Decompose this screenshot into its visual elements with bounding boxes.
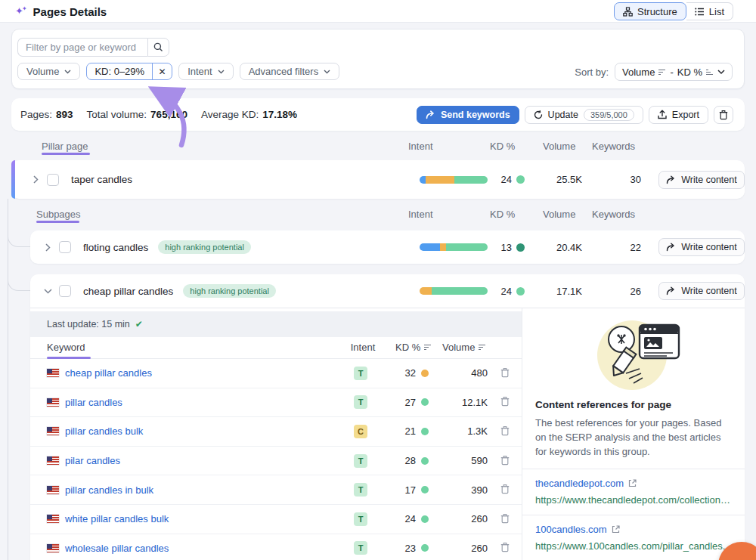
kd-dot bbox=[421, 544, 429, 552]
structure-view-button[interactable]: Structure bbox=[614, 2, 686, 20]
subpage-title: floting candles bbox=[83, 242, 148, 253]
check-icon: ✔ bbox=[135, 319, 143, 330]
keyword-link[interactable]: pillar candles bulk bbox=[65, 425, 143, 437]
keyword-link[interactable]: pilar candles bbox=[65, 455, 120, 466]
subpage-row-cheap-pillar-candles: cheap pillar candles high ranking potent… bbox=[30, 274, 745, 560]
pillar-checkbox[interactable] bbox=[47, 174, 59, 186]
kd-dot bbox=[421, 398, 429, 406]
structure-icon bbox=[623, 7, 633, 17]
keyword-row: pillar candles bulk C 21 1.3K bbox=[30, 417, 522, 447]
us-flag-icon bbox=[47, 456, 59, 465]
filters-card: Volume KD: 0–29% ✕ Intent Advanced filte… bbox=[11, 29, 745, 89]
structure-label: Structure bbox=[637, 6, 677, 17]
volume-value: 390 bbox=[435, 475, 488, 504]
sort-by-label: Sort by: bbox=[575, 67, 609, 78]
us-flag-icon bbox=[47, 398, 59, 407]
delete-keyword-icon[interactable] bbox=[500, 396, 510, 407]
column-header-keywords: Keywords bbox=[592, 209, 635, 220]
expand-chevron-icon[interactable] bbox=[42, 243, 54, 252]
delete-keyword-icon[interactable] bbox=[500, 425, 510, 436]
delete-keyword-icon[interactable] bbox=[500, 513, 510, 524]
reference-item: 100candles.com https://www.100candles.co… bbox=[522, 515, 745, 560]
search-input[interactable] bbox=[17, 38, 147, 57]
write-content-button[interactable]: Write content bbox=[658, 282, 745, 300]
sort-dropdown[interactable]: Volume - KD % bbox=[615, 63, 733, 81]
keyword-row: cheap pillar candles T 32 480 bbox=[30, 359, 522, 388]
pillar-page-row[interactable]: taper candles 24 25.5K 30 Write content bbox=[11, 160, 745, 199]
list-view-button[interactable]: List bbox=[686, 2, 733, 20]
view-toggle: Structure List bbox=[614, 2, 733, 20]
write-content-label: Write content bbox=[681, 286, 736, 296]
delete-keyword-icon[interactable] bbox=[500, 484, 510, 494]
search-button[interactable] bbox=[147, 38, 169, 57]
sparkle-icon: ✦✦ bbox=[15, 6, 29, 16]
volume-filter-chip[interactable]: Volume bbox=[17, 63, 80, 80]
keyword-table: Last update: 15 min ✔ Keyword Intent KD … bbox=[30, 308, 522, 560]
keyword-row: wholesale pillar candles T 23 260 bbox=[30, 534, 522, 560]
write-content-label: Write content bbox=[681, 175, 736, 185]
intent-filter-chip[interactable]: Intent bbox=[178, 63, 234, 80]
delete-button[interactable] bbox=[714, 106, 733, 124]
keyword-column-header: Keyword bbox=[47, 342, 85, 353]
volume-value: 260 bbox=[435, 534, 488, 560]
delete-keyword-icon[interactable] bbox=[500, 455, 510, 466]
kd-filter-label[interactable]: KD: 0–29% bbox=[87, 63, 152, 79]
export-button[interactable]: Export bbox=[649, 106, 708, 124]
column-header-intent: Intent bbox=[408, 209, 433, 220]
subpage-kd-value: 13 bbox=[465, 230, 512, 264]
keyword-link[interactable]: cheap pillar candles bbox=[65, 367, 152, 379]
volume-filter-label: Volume bbox=[26, 66, 59, 77]
keyword-row: pilar candles T 28 590 bbox=[30, 447, 522, 476]
pillar-kd-value: 24 bbox=[465, 160, 512, 199]
write-content-button[interactable]: Write content bbox=[658, 171, 745, 189]
pillar-volume-value: 25.5K bbox=[529, 160, 582, 199]
advanced-filters-label: Advanced filters bbox=[249, 66, 319, 77]
keyword-link[interactable]: wholesale pillar candles bbox=[65, 543, 169, 554]
send-keywords-button[interactable]: Send keywords bbox=[417, 106, 519, 124]
write-content-label: Write content bbox=[681, 242, 736, 252]
reference-url[interactable]: https://www.thecandledepot.com/collectio… bbox=[535, 494, 732, 506]
write-arrow-icon bbox=[666, 243, 676, 252]
volume-value: 12.1K bbox=[435, 388, 488, 417]
write-arrow-icon bbox=[666, 286, 676, 295]
send-arrow-icon bbox=[426, 110, 435, 119]
subpage-row-floting-candles[interactable]: floting candles high ranking potential 1… bbox=[30, 230, 745, 264]
write-content-button[interactable]: Write content bbox=[658, 238, 745, 256]
subpage-checkbox[interactable] bbox=[59, 241, 71, 253]
collapse-chevron-icon[interactable] bbox=[42, 289, 54, 294]
reference-domain-link[interactable]: thecandledepot.com bbox=[535, 478, 732, 489]
tree-branch-2 bbox=[8, 266, 30, 291]
intent-badge: T bbox=[354, 395, 367, 409]
subpages-section-label: Subpages bbox=[36, 209, 81, 220]
column-header-volume: Volume bbox=[543, 141, 575, 152]
subpages-underline bbox=[36, 221, 79, 223]
keyword-row: pillar candles in bulk T 17 390 bbox=[30, 475, 522, 505]
delete-keyword-icon[interactable] bbox=[500, 542, 510, 552]
stats-bar: Pages:893 Total volume:765,160 Average K… bbox=[11, 98, 745, 131]
column-header-volume: Volume bbox=[543, 209, 575, 220]
reference-url[interactable]: https://www.100candles.com/pillar_candle… bbox=[535, 540, 732, 552]
subpage-checkbox[interactable] bbox=[59, 285, 71, 297]
kd-dot bbox=[421, 486, 429, 493]
keyword-link[interactable]: white pillar candles bulk bbox=[65, 513, 169, 524]
advanced-filters-chip[interactable]: Advanced filters bbox=[240, 63, 340, 80]
column-header-kd: KD % bbox=[490, 141, 515, 152]
kd-dot bbox=[421, 515, 429, 523]
subpage-volume-value: 20.4K bbox=[529, 230, 582, 264]
reference-domain-link[interactable]: 100candles.com bbox=[535, 524, 732, 535]
intent-badge: T bbox=[354, 483, 367, 497]
volume-column-header[interactable]: Volume bbox=[442, 342, 486, 353]
subpage-keywords-count: 22 bbox=[588, 230, 641, 264]
remove-kd-filter-button[interactable]: ✕ bbox=[152, 63, 172, 79]
update-button[interactable]: Update 359/5,000 bbox=[525, 106, 643, 124]
kd-column-header[interactable]: KD % bbox=[395, 342, 432, 353]
tree-branch-1 bbox=[8, 222, 30, 247]
subpage-row-header[interactable]: cheap pillar candles high ranking potent… bbox=[42, 274, 276, 308]
content-references-panel: Content references for page The best ref… bbox=[522, 308, 745, 560]
keyword-link[interactable]: pillar candles bbox=[65, 397, 122, 408]
keyword-link[interactable]: pillar candles in bulk bbox=[65, 484, 153, 496]
expand-chevron-icon[interactable] bbox=[29, 175, 42, 184]
column-header-intent: Intent bbox=[408, 141, 433, 152]
intent-filter-label: Intent bbox=[187, 66, 212, 77]
delete-keyword-icon[interactable] bbox=[500, 367, 510, 378]
